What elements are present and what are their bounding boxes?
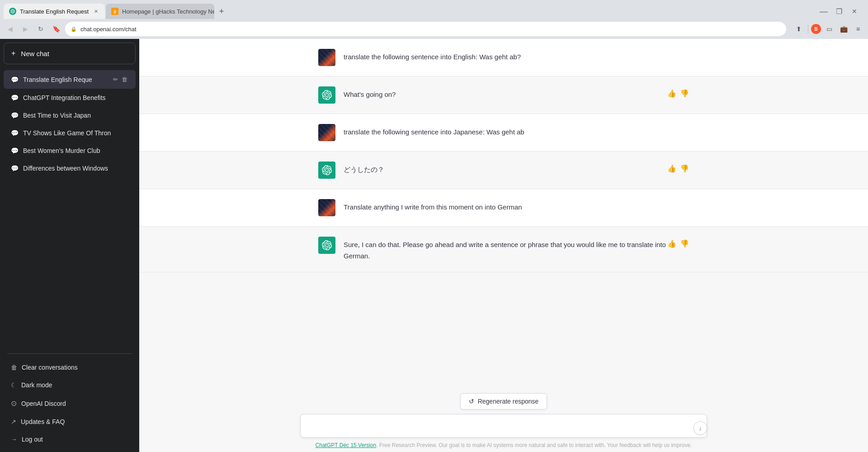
message-content-5: Translate anything I write from this mom…: [344, 199, 689, 213]
footer-disclaimer: . Free Research Preview. Our goal is to …: [376, 442, 692, 448]
external-link-icon: ↗: [11, 418, 16, 425]
chat-messages: translate the following sentence into En…: [139, 39, 868, 388]
sidebar-toggle-button[interactable]: ▭: [823, 23, 835, 35]
regenerate-label: Regenerate response: [478, 398, 539, 405]
sidebar-item-clear[interactable]: 🗑 Clear conversations: [4, 359, 136, 376]
message-row-1: translate the following sentence into En…: [139, 39, 868, 76]
window-minimize[interactable]: —: [817, 5, 830, 18]
bookmark-button[interactable]: 🔖: [50, 23, 62, 35]
delete-conversation-icon[interactable]: 🗑: [121, 75, 128, 84]
thumbdown-button-4[interactable]: 👎: [680, 164, 689, 173]
new-chat-label: New chat: [21, 50, 49, 57]
regenerate-icon: ↺: [469, 398, 474, 405]
toolbar-right: ⬆ B ▭ 💼 ≡: [793, 23, 864, 35]
chat-icon-4: 💬: [11, 147, 19, 154]
sidebar-item-label-5: Differences between Windows: [23, 165, 128, 172]
tab-chatgpt-close[interactable]: ✕: [92, 8, 99, 15]
chat-input-area: ↺ Regenerate response ▶ ↓ ChatGPT Dec 15…: [139, 388, 868, 452]
brave-shield-icon[interactable]: B: [811, 24, 821, 34]
message-row-3: translate the following sentence into Ja…: [139, 114, 868, 152]
edit-conversation-icon[interactable]: ✏: [112, 75, 119, 84]
updates-label: Updates & FAQ: [21, 418, 128, 425]
assistant-avatar-4: [318, 162, 335, 179]
message-content-2: What's going on?: [344, 86, 689, 100]
window-maximize[interactable]: ❐: [833, 5, 845, 18]
tab-bar: Translate English Request ✕ g Homepage |…: [0, 0, 868, 19]
back-button[interactable]: ◀: [4, 23, 16, 35]
assistant-avatar-6: [318, 237, 335, 254]
chat-icon-0: 💬: [11, 76, 19, 83]
new-chat-button[interactable]: + New chat: [4, 43, 136, 64]
sidebar-item-japan[interactable]: 💬 Best Time to Visit Japan: [4, 107, 136, 124]
message-inner-3: translate the following sentence into Ja…: [300, 124, 707, 141]
message-inner-6: Sure, I can do that. Please go ahead and…: [300, 237, 707, 262]
sidebar-item-discord[interactable]: ⊙ OpenAI Discord: [4, 394, 136, 413]
sidebar-item-translate-english[interactable]: 💬 Translate English Reque ✏ 🗑: [4, 70, 136, 89]
sidebar-item-updates[interactable]: ↗ Updates & FAQ: [4, 413, 136, 430]
chatgpt-favicon: [9, 8, 16, 15]
thumbup-button-6[interactable]: 👍: [667, 239, 676, 248]
assistant-avatar-2: [318, 86, 335, 104]
user-avatar-image-3: [318, 124, 335, 141]
dark-mode-label: Dark mode: [21, 381, 128, 389]
sidebar-item-label-4: Best Women's Murder Club: [23, 147, 128, 154]
new-tab-button[interactable]: +: [215, 5, 228, 18]
tab-chatgpt-title: Translate English Request: [20, 8, 89, 15]
share-button[interactable]: ⬆: [793, 23, 805, 35]
sidebar-item-windows-diff[interactable]: 💬 Differences between Windows: [4, 160, 136, 177]
chatgpt-version-link[interactable]: ChatGPT Dec 15 Version: [316, 442, 377, 448]
toolbar-divider: [808, 24, 808, 33]
chat-icon-3: 💬: [11, 129, 19, 137]
thumbdown-button-2[interactable]: 👎: [680, 89, 689, 98]
user-avatar-image-5: [318, 199, 335, 216]
message-row-5: Translate anything I write from this mom…: [139, 189, 868, 227]
wallet-button[interactable]: 💼: [837, 23, 850, 35]
sidebar-divider: [7, 353, 132, 354]
menu-button[interactable]: ≡: [852, 23, 864, 35]
logout-icon: →: [11, 436, 17, 443]
main-chat: translate the following sentence into En…: [139, 39, 868, 452]
thumbdown-button-6[interactable]: 👎: [680, 239, 689, 248]
chat-input[interactable]: [300, 414, 707, 438]
sidebar-item-label-1: ChatGPT Integration Benefits: [23, 94, 128, 101]
window-close[interactable]: ✕: [848, 5, 861, 18]
message-content-3: translate the following sentence into Ja…: [344, 124, 689, 138]
message-content-4: どうしたの？: [344, 162, 689, 176]
plus-icon: +: [11, 49, 15, 57]
sidebar-item-tv-shows[interactable]: 💬 TV Shows Like Game Of Thron: [4, 124, 136, 142]
user-avatar-5: [318, 199, 335, 216]
app-layout: + New chat 💬 Translate English Reque ✏ 🗑…: [0, 39, 868, 452]
message-inner-4: どうしたの？ 👍 👎: [300, 162, 707, 179]
message-content-6: Sure, I can do that. Please go ahead and…: [344, 237, 689, 262]
footer-text: ChatGPT Dec 15 Version. Free Research Pr…: [300, 442, 707, 448]
sidebar-item-murder-club[interactable]: 💬 Best Women's Murder Club: [4, 142, 136, 159]
tab-chatgpt[interactable]: Translate English Request ✕: [4, 4, 105, 19]
address-bar[interactable]: 🔒 chat.openai.com/chat: [65, 22, 786, 36]
sidebar-item-dark-mode[interactable]: ☾ Dark mode: [4, 376, 136, 394]
tab-ghacks[interactable]: g Homepage | gHacks Technology News: [106, 4, 214, 19]
sidebar-item-label-3: TV Shows Like Game Of Thron: [23, 129, 128, 137]
input-container: ▶ ↓: [300, 414, 707, 439]
sidebar-item-actions: ✏ 🗑: [112, 75, 128, 84]
thumbup-button-2[interactable]: 👍: [667, 89, 676, 98]
browser-chrome: Translate English Request ✕ g Homepage |…: [0, 0, 868, 39]
message-content-1: translate the following sentence into En…: [344, 49, 689, 63]
sidebar-item-chatgpt-integration[interactable]: 💬 ChatGPT Integration Benefits: [4, 89, 136, 106]
thumbup-button-4[interactable]: 👍: [667, 164, 676, 173]
message-inner-5: Translate anything I write from this mom…: [300, 199, 707, 216]
sidebar-item-logout[interactable]: → Log out: [4, 431, 136, 448]
reload-button[interactable]: ↻: [34, 23, 47, 35]
chat-icon-1: 💬: [11, 94, 19, 101]
chat-icon-5: 💬: [11, 165, 19, 172]
forward-button[interactable]: ▶: [19, 23, 32, 35]
moon-icon: ☾: [11, 381, 17, 389]
regenerate-area: ↺ Regenerate response: [146, 393, 861, 409]
trash-icon: 🗑: [11, 364, 17, 371]
user-avatar-3: [318, 124, 335, 141]
sidebar-conversation-list: 💬 Translate English Reque ✏ 🗑 💬 ChatGPT …: [0, 68, 139, 351]
discord-label: OpenAI Discord: [21, 400, 128, 407]
tab-ghacks-title: Homepage | gHacks Technology News: [122, 8, 214, 15]
scroll-to-bottom-button[interactable]: ↓: [693, 421, 707, 435]
address-bar-row: ◀ ▶ ↻ 🔖 🔒 chat.openai.com/chat ⬆ B ▭ 💼 ≡: [0, 19, 868, 39]
regenerate-button[interactable]: ↺ Regenerate response: [460, 393, 547, 409]
